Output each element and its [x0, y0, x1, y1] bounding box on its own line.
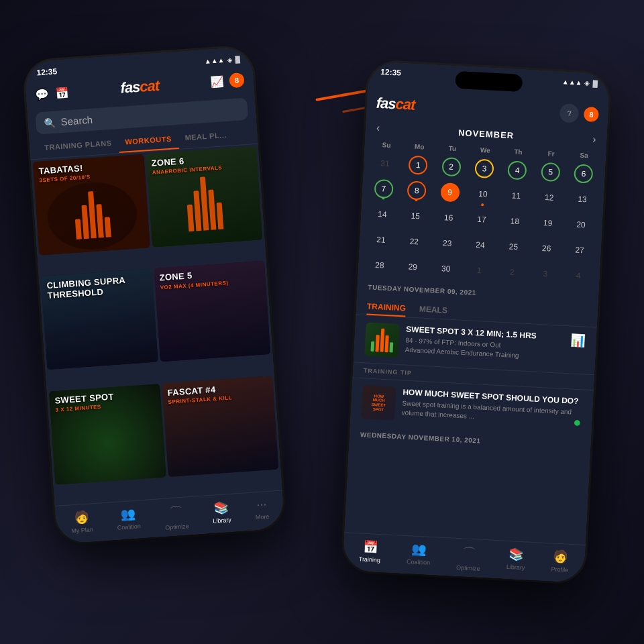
tab-meal-plans[interactable]: MEAL PL... — [178, 125, 234, 149]
prev-month-btn[interactable]: ‹ — [376, 122, 380, 134]
calendar-icon[interactable]: 📅 — [55, 86, 69, 99]
cal-cell-13[interactable]: 13 — [566, 186, 598, 212]
more-icon: ··· — [256, 497, 267, 512]
workout-title-2: CLIMBING SUPRA THRESHOLD — [46, 274, 148, 301]
cal-cell-8[interactable]: 8 — [400, 178, 433, 203]
cal-cell-5[interactable]: 5 — [534, 159, 567, 184]
cal-cell-12[interactable]: 12 — [533, 184, 566, 210]
nav-my-plan-label: My Plan — [71, 526, 93, 534]
cal-cell-15[interactable]: 15 — [399, 203, 432, 229]
cal-cell-3[interactable]: 3 — [468, 156, 500, 181]
my-plan-icon: 🧑 — [73, 510, 89, 525]
tip-info: HOW MUCH SWEET SPOT SHOULD YOU DO? Sweet… — [401, 387, 582, 427]
decoration-line-1 — [315, 89, 368, 101]
right-nav-library[interactable]: 📚 Library — [506, 547, 526, 574]
spotify-icon[interactable]: ● — [573, 415, 582, 431]
cal-cell-nov1[interactable]: 1 — [462, 258, 495, 283]
logo-cat: cat — [139, 77, 159, 95]
search-icon: 🔍 — [44, 117, 56, 128]
cal-cell-nov4[interactable]: 4 — [561, 263, 594, 288]
cal-cell-31[interactable]: 31 — [368, 150, 401, 176]
cal-cell-27[interactable]: 27 — [563, 237, 596, 263]
cal-cell-11[interactable]: 11 — [500, 183, 533, 209]
phone-left: 12:35 ▲▲▲ ◈ ▓ 💬 📅 fascat 📈 8 — [23, 46, 284, 544]
cal-cell-20[interactable]: 20 — [564, 212, 597, 237]
day-su: Su — [370, 138, 403, 152]
cal-cell-16[interactable]: 16 — [432, 205, 465, 230]
day-mo: Mo — [402, 140, 436, 154]
cal-cell-25[interactable]: 25 — [497, 234, 530, 260]
chart-icon[interactable]: 📈 — [210, 74, 224, 88]
cal-cell-17[interactable]: 17 — [465, 207, 498, 232]
tab-workouts[interactable]: WORKOUTS — [118, 129, 179, 153]
help-button[interactable]: ? — [559, 103, 579, 123]
cal-cell-21[interactable]: 21 — [364, 227, 397, 252]
day-th: Th — [501, 145, 535, 160]
nav-library-label: Library — [213, 517, 231, 525]
right-wifi-icon: ◈ — [584, 78, 590, 86]
nav-library[interactable]: 📚 Library — [211, 500, 231, 528]
cal-cell-14[interactable]: 14 — [366, 201, 398, 227]
right-optimize-icon: ⌒ — [462, 544, 476, 563]
right-training-icon: 📅 — [362, 539, 378, 555]
chat-icon[interactable]: 💬 — [35, 87, 49, 101]
cal-cell-30[interactable]: 30 — [429, 256, 462, 281]
day-sa: Sa — [568, 148, 601, 163]
right-nav-profile-label: Profile — [551, 566, 568, 573]
cal-cell-19[interactable]: 19 — [531, 210, 564, 235]
cal-cell-nov2[interactable]: 2 — [496, 259, 529, 284]
cal-cell-9[interactable]: 9 — [433, 179, 466, 205]
optimize-icon: ⌒ — [168, 503, 183, 522]
nav-coalition[interactable]: 👥 Coalition — [116, 506, 142, 534]
cal-cell-26[interactable]: 26 — [530, 235, 563, 261]
right-logo-cat: cat — [395, 95, 415, 113]
cal-cell-23[interactable]: 23 — [431, 230, 464, 256]
right-notif-badge[interactable]: 8 — [584, 107, 599, 122]
calendar-month-title: NOVEMBER — [458, 127, 515, 140]
detail-tab-meals[interactable]: MEALS — [419, 302, 447, 319]
cal-cell-4[interactable]: 4 — [501, 158, 534, 183]
cal-cell-10[interactable]: 10 — [466, 181, 499, 207]
right-nav-coalition-label: Coalition — [407, 558, 431, 566]
next-month-btn[interactable]: › — [592, 133, 596, 146]
cal-cell-28[interactable]: 28 — [363, 252, 396, 278]
right-logo-fas: fas — [376, 95, 396, 112]
left-status-icons: ▲▲▲ ◈ ▓ — [204, 55, 240, 65]
right-nav-optimize[interactable]: ⌒ Optimize — [456, 544, 482, 572]
right-nav-training[interactable]: 📅 Training — [358, 539, 381, 567]
workout-card-5[interactable]: FASCAT #4 SPRINT›STALK & KILL — [162, 376, 279, 477]
cal-cell-7[interactable]: 7 — [367, 176, 400, 201]
tip-thumb-text: HOWMUCHSWEETSPOT — [371, 394, 386, 412]
right-phone-screen: 12:35 ▲▲▲ ◈ ▓ fascat ? 8 — [342, 61, 610, 583]
cal-cell-1[interactable]: 1 — [402, 152, 435, 178]
cal-cell-6[interactable]: 6 — [567, 161, 600, 186]
left-notif-badge[interactable]: 8 — [229, 72, 244, 88]
cal-cell-nov3[interactable]: 3 — [529, 261, 561, 286]
workout-card-0[interactable]: TABATAS! 3SETS OF 20/10'S — [33, 154, 150, 256]
dynamic-island — [455, 71, 523, 92]
cal-cell-24[interactable]: 24 — [464, 232, 496, 258]
workout-card-2[interactable]: CLIMBING SUPRA THRESHOLD — [41, 269, 158, 370]
left-workout-grid: TABATAS! 3SETS OF 20/10'S — [30, 144, 282, 506]
workout-card-1[interactable]: ZONE 6 ANAEROBIC INTERVALS — [146, 146, 263, 248]
left-time: 12:35 — [36, 66, 58, 77]
nav-optimize[interactable]: ⌒ Optimize — [164, 502, 189, 531]
phones-container: 12:35 ▲▲▲ ◈ ▓ 💬 📅 fascat 📈 8 — [20, 13, 624, 631]
right-nav-profile[interactable]: 🧑 Profile — [551, 549, 570, 576]
tip-thumbnail: HOWMUCHSWEETSPOT — [361, 385, 396, 421]
cal-cell-18[interactable]: 18 — [498, 209, 531, 234]
right-nav-coalition[interactable]: 👥 Coalition — [407, 541, 431, 570]
workout-card-4[interactable]: SWEET SPOT 3 X 12 MINUTES — [49, 383, 166, 484]
workout-card-3[interactable]: ZONE 5 VO2 MAX (4 MINUTERS) — [154, 261, 271, 362]
logo-fas: fas — [120, 78, 140, 97]
right-battery-icon: ▓ — [592, 79, 598, 87]
phone-right: 12:35 ▲▲▲ ◈ ▓ fascat ? 8 — [342, 61, 610, 583]
cal-cell-22[interactable]: 22 — [398, 229, 431, 254]
cal-cell-29[interactable]: 29 — [396, 254, 429, 280]
nav-my-plan[interactable]: 🧑 My Plan — [70, 509, 93, 537]
training-thumbnail — [364, 322, 400, 358]
cal-cell-2[interactable]: 2 — [435, 154, 468, 180]
detail-tab-training[interactable]: TRAINING — [366, 299, 406, 317]
right-nav-library-label: Library — [506, 564, 525, 571]
nav-more[interactable]: ··· More — [254, 497, 270, 525]
